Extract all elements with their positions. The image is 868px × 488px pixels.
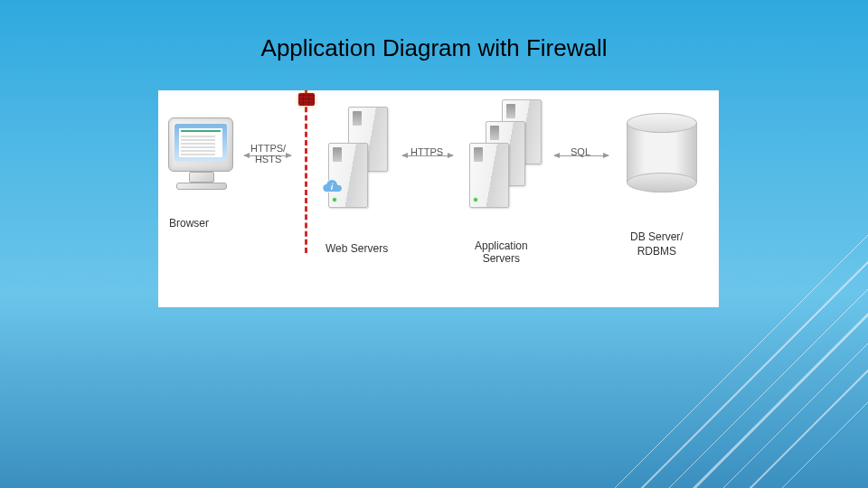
- firewall-line: [305, 90, 307, 253]
- svg-text:i: i: [331, 183, 334, 192]
- browser-label: Browser: [169, 217, 209, 230]
- firewall-icon: [298, 93, 315, 106]
- web-servers-label: Web Servers: [326, 242, 388, 255]
- arrow-app-db-label: SQL: [571, 146, 590, 157]
- db-label-line2: RDBMS: [637, 245, 676, 258]
- db-label-line1: DB Server/: [630, 230, 684, 243]
- app-servers-label: Application Servers: [475, 239, 528, 265]
- svg-line-8: [746, 366, 868, 488]
- app-server-icon: [469, 143, 509, 208]
- diagram-panel: Browser HTTPS/ HSTS i i Web Servers HTTP…: [158, 90, 719, 307]
- web-server-icon: i: [328, 143, 368, 208]
- svg-line-6: [687, 307, 868, 488]
- browser-node: [163, 117, 240, 212]
- cloud-icon: i: [320, 178, 347, 196]
- database-icon: [627, 113, 697, 192]
- arrow-web-app-label: HTTPS: [410, 146, 443, 157]
- svg-line-7: [714, 334, 868, 488]
- db-server-label: DB Server/ RDBMS: [630, 230, 684, 258]
- arrow-browser-web-label: HTTPS/ HSTS: [250, 143, 286, 164]
- svg-line-5: [658, 278, 868, 488]
- slide-title: Application Diagram with Firewall: [261, 34, 608, 62]
- monitor-icon: [168, 117, 233, 172]
